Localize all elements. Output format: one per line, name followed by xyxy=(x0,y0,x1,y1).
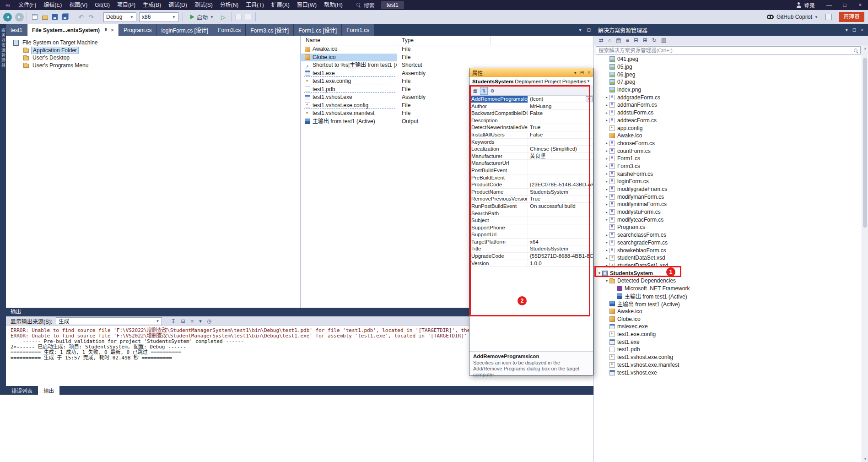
solution-tree-item[interactable]: ▸ studentDataSet1.xsd xyxy=(594,262,868,270)
document-tab[interactable]: Form1.cs [设计] × xyxy=(294,24,341,36)
time-icon[interactable]: ◷ xyxy=(207,318,212,324)
solution-tree-item[interactable]: ▸ chooseForm.cs xyxy=(594,140,868,147)
solution-tree-item[interactable]: Awake.ico xyxy=(594,308,868,315)
chevron-down-icon[interactable]: ▾ xyxy=(846,27,848,33)
start-without-debugging-button[interactable]: ▷ xyxy=(221,14,226,21)
close-icon[interactable]: × xyxy=(588,70,590,75)
close-icon[interactable]: × xyxy=(111,27,114,33)
categorized-icon[interactable]: ▦ xyxy=(471,87,479,95)
pin-icon[interactable]: ⊟ xyxy=(580,70,584,75)
solution-tree-item[interactable]: test1.vshost.exe.config xyxy=(594,353,868,361)
solution-platforms-dropdown[interactable]: x86▼ xyxy=(139,12,178,22)
solution-tree-item[interactable]: ▾ StudentsSystem xyxy=(594,269,868,277)
solution-tree-item[interactable]: Globe.ico xyxy=(594,315,868,323)
expander-icon[interactable]: ▸ xyxy=(604,179,609,184)
property-value[interactable]: (Icon) xyxy=(528,96,586,103)
go-to-message-icon[interactable]: ↧ xyxy=(171,318,175,324)
property-value[interactable]: StudentsSystem xyxy=(528,189,593,196)
solution-tree-item[interactable]: ▸ modifyteacForm.cs xyxy=(594,216,868,223)
solution-tree-item[interactable]: ▸ Form3.cs xyxy=(594,163,868,170)
menu-item[interactable]: 编辑(E) xyxy=(40,0,65,10)
expander-icon[interactable]: ▸ xyxy=(604,240,609,245)
property-row[interactable]: Manufacturer 黄良坚 ▼ xyxy=(469,153,593,160)
solution-tree-item[interactable]: test1.vshost.exe.manifest xyxy=(594,361,868,369)
property-row[interactable]: RunPostBuildEvent On successful build ▼ xyxy=(469,203,593,210)
property-row[interactable]: Author MrHuang ▼ xyxy=(469,103,593,110)
property-value[interactable] xyxy=(528,210,593,217)
property-value[interactable]: On successful build xyxy=(528,203,593,210)
chevron-down-icon[interactable]: ▾ xyxy=(579,27,582,33)
menu-item[interactable]: 生成(B) xyxy=(139,0,165,10)
menu-item[interactable]: 分析(N) xyxy=(216,0,243,10)
property-value[interactable]: {55D5271D-8688-4BB1-8C7F- xyxy=(528,253,593,260)
solution-configurations-dropdown[interactable]: Debug▼ xyxy=(103,12,136,22)
close-button[interactable]: × xyxy=(852,0,868,10)
property-value[interactable]: 1.0.0 xyxy=(528,260,593,267)
solution-search-input[interactable] xyxy=(596,46,861,54)
solution-tree-item[interactable]: test1.vshost.exe xyxy=(594,369,868,376)
tree-item-file-system-root[interactable]: File System on Target Machine xyxy=(6,39,300,47)
menu-item[interactable]: 扩展(X) xyxy=(268,0,293,10)
property-row[interactable]: PreBuildEvent ▼ xyxy=(469,174,593,182)
property-value[interactable]: False xyxy=(528,131,593,138)
home-icon[interactable]: ⌂ xyxy=(608,37,611,43)
solution-tree-item[interactable]: ▸ countForm.cs xyxy=(594,147,868,155)
property-row[interactable]: Version 1.0.0 ▼ xyxy=(469,260,593,267)
property-value[interactable]: x64 xyxy=(528,239,593,245)
solution-badge[interactable]: test1 xyxy=(381,1,404,9)
document-tab[interactable]: loginForm.cs [设计] × xyxy=(156,24,213,36)
scrollbar-thumb[interactable] xyxy=(863,58,867,228)
property-value[interactable] xyxy=(528,217,593,224)
menu-item[interactable]: Git(G) xyxy=(91,0,113,10)
solution-tree-item[interactable]: ▾ Detected Dependencies xyxy=(594,277,868,285)
expander-icon[interactable]: ▸ xyxy=(604,149,609,153)
column-header-type[interactable]: Type xyxy=(397,36,491,45)
solution-tree-item[interactable]: ▸ modifygradeFram.cs xyxy=(594,185,868,193)
collapse-all-icon[interactable]: ⊟ xyxy=(634,37,638,43)
alphabetical-icon[interactable]: ⇅ xyxy=(480,87,488,95)
solution-tree-item[interactable]: ▸ loginForm.cs xyxy=(594,178,868,185)
property-value[interactable] xyxy=(528,231,593,238)
new-project-button[interactable] xyxy=(30,12,39,22)
document-tab[interactable]: Program.cs × xyxy=(119,24,156,36)
switch-views-icon[interactable]: ▤ xyxy=(616,37,621,43)
filter-icon[interactable]: ≡ xyxy=(626,37,629,43)
expander-icon[interactable]: ▸ xyxy=(604,157,609,161)
solution-tree-item[interactable]: app.config xyxy=(594,124,868,132)
sync-icon[interactable]: ⇄ xyxy=(599,37,604,43)
show-all-files-icon[interactable]: ⊞ xyxy=(643,37,647,43)
solution-tree-item[interactable]: Microsoft .NET Framework xyxy=(594,285,868,293)
property-row[interactable]: SupportUrl ▼ xyxy=(469,231,593,239)
solution-tree-item[interactable]: ▸ addmanForm.cs xyxy=(594,101,868,109)
refresh-icon[interactable]: ↻ xyxy=(652,37,657,43)
navigate-back-button[interactable]: ◂ xyxy=(3,13,12,22)
close-icon[interactable]: × xyxy=(861,27,863,33)
property-row[interactable]: PostBuildEvent ▼ xyxy=(469,167,593,174)
property-value[interactable]: True xyxy=(528,124,593,131)
undo-button[interactable]: ↶ xyxy=(76,12,86,22)
feedback-icon[interactable] xyxy=(825,14,832,20)
tree-item-folder[interactable]: Application Folder xyxy=(6,47,300,54)
file-list-row[interactable]: Globe.ico File xyxy=(301,54,593,62)
word-wrap-icon[interactable]: ≡ xyxy=(191,318,194,324)
save-all-button[interactable] xyxy=(60,12,70,22)
bottom-panel-tab[interactable]: 输出 xyxy=(38,386,59,395)
expander-icon[interactable]: ▸ xyxy=(604,164,609,168)
document-tab[interactable]: Form1.cs × xyxy=(342,24,374,36)
property-value[interactable] xyxy=(528,160,593,167)
menu-item[interactable]: 测试(S) xyxy=(191,0,216,10)
solution-tree-item[interactable]: test1.exe.config xyxy=(594,331,868,338)
solution-tree-item[interactable]: ▸ addstuForm.cs xyxy=(594,109,868,117)
sign-in-button[interactable]: 登录 xyxy=(794,1,815,9)
navigate-forward-button[interactable]: ▸ xyxy=(15,13,24,22)
minimize-button[interactable]: — xyxy=(821,0,837,10)
property-value[interactable] xyxy=(528,224,593,231)
tree-item-folder[interactable]: User's Desktop xyxy=(6,54,300,62)
pin-icon[interactable]: ⊟ xyxy=(852,27,856,33)
solution-tree-item[interactable]: 主输出 from test1 (Active) xyxy=(594,292,868,300)
solution-tree-item[interactable]: 05.jpg xyxy=(594,63,868,71)
solution-tree-item[interactable]: ▸ searchgradeForm.cs xyxy=(594,239,868,247)
solution-tree-item[interactable]: ▸ kaisheForm.cs xyxy=(594,170,868,178)
window-list-icon[interactable]: ⊟ xyxy=(587,27,591,33)
property-row[interactable]: Keywords ▼ xyxy=(469,139,593,146)
